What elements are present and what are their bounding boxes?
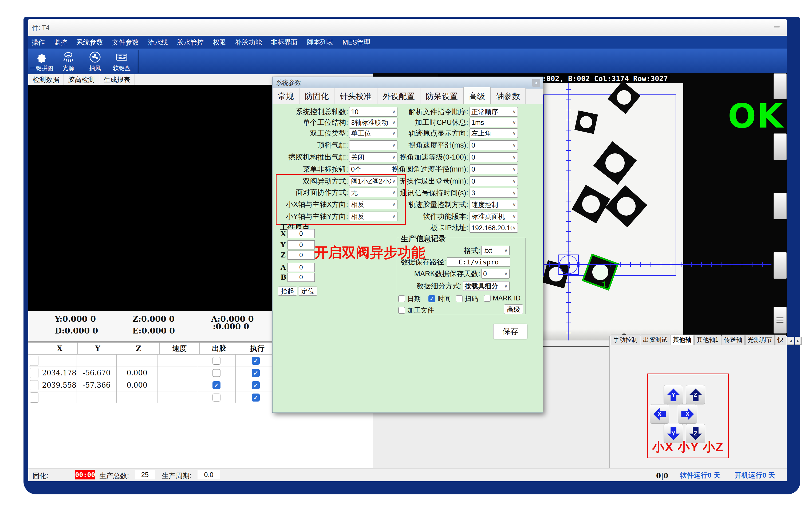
tab-scroll-left-icon[interactable]: ◂: [787, 337, 794, 345]
cell-z[interactable]: 0.000: [117, 379, 158, 391]
exec-checkbox[interactable]: ✓: [252, 381, 260, 389]
tool-软键盘[interactable]: 软键盘: [108, 49, 135, 74]
field-right-0-select[interactable]: 正常顺序∨: [469, 107, 518, 117]
check-日期[interactable]: 日期: [398, 294, 421, 303]
menu-item-文件参数[interactable]: 文件参数: [112, 38, 139, 47]
tab-scroll-right-icon[interactable]: ▸: [795, 337, 801, 345]
record-select-0[interactable]: .txt∨: [481, 246, 510, 255]
exec-checkbox[interactable]: ✓: [252, 369, 260, 377]
menu-item-监控[interactable]: 监控: [54, 38, 67, 47]
glue-checkbox[interactable]: ✓: [213, 381, 220, 389]
cell-speed[interactable]: [158, 367, 197, 379]
menu-item-系统参数[interactable]: 系统参数: [76, 38, 103, 47]
check-扫码[interactable]: 扫码: [456, 294, 478, 303]
field-right-4-select[interactable]: 0∨: [469, 152, 518, 162]
cell-y[interactable]: -56.670: [77, 367, 117, 379]
cell-y[interactable]: [77, 392, 117, 404]
row-selector[interactable]: [30, 368, 39, 378]
menu-item-胶水管控[interactable]: 胶水管控: [177, 38, 204, 47]
row-selector[interactable]: [30, 393, 39, 402]
jog-X-right-button[interactable]: X: [678, 404, 697, 424]
cell-speed[interactable]: [158, 392, 197, 404]
side-strip-button[interactable]: [773, 193, 787, 219]
check-时间[interactable]: ✓时间: [429, 294, 451, 303]
axis-tab-其他轴1[interactable]: 其他轴1: [694, 335, 721, 345]
row-selector-cell[interactable]: [28, 392, 42, 404]
jog-Y-up-button[interactable]: Y: [664, 385, 683, 405]
axis-value-input[interactable]: 0: [288, 229, 315, 238]
checkbox-icon[interactable]: [484, 295, 491, 302]
side-strip-button[interactable]: [773, 73, 787, 99]
dialog-tab-轴参数[interactable]: 轴参数: [491, 88, 526, 104]
view-tab-胶高检测[interactable]: 胶高检测: [64, 74, 99, 85]
axis-tab-传送轴[interactable]: 传送轴: [722, 335, 745, 345]
row-selector[interactable]: [30, 380, 39, 390]
row-selector[interactable]: [30, 356, 39, 366]
cell-y[interactable]: -57.366: [77, 379, 117, 391]
minimize-icon[interactable]: [774, 26, 780, 28]
side-strip-button[interactable]: [773, 307, 787, 334]
view-tab-生成报表[interactable]: 生成报表: [99, 74, 135, 85]
cell-speed[interactable]: [158, 355, 197, 367]
tool-光源[interactable]: 光源: [55, 49, 82, 74]
dialog-tab-针头校准[interactable]: 针头校准: [334, 88, 377, 104]
menu-item-流水线[interactable]: 流水线: [148, 38, 168, 47]
glue-checkbox[interactable]: [213, 369, 220, 377]
checkbox-icon[interactable]: [398, 307, 405, 314]
jog-X-left-button[interactable]: X: [650, 404, 669, 424]
cell-x[interactable]: 2034.178: [42, 367, 77, 379]
dialog-tab-外设配置[interactable]: 外设配置: [377, 88, 420, 104]
cell-speed[interactable]: [158, 379, 197, 391]
row-selector-cell[interactable]: [28, 379, 42, 391]
cell-z[interactable]: 0.000: [117, 367, 158, 379]
cell-x[interactable]: [42, 355, 77, 367]
record-select-2[interactable]: 0∨: [481, 269, 510, 279]
check-MARK ID[interactable]: MARK ID: [484, 294, 521, 302]
cell-z[interactable]: [117, 355, 158, 367]
view-tab-检测数据[interactable]: 检测数据: [28, 74, 64, 85]
record-input-1[interactable]: C:1/vispro: [447, 258, 510, 266]
side-strip-button[interactable]: [773, 133, 787, 160]
field-right-7-select[interactable]: 3∨: [469, 188, 518, 198]
side-strip-button[interactable]: [773, 252, 787, 279]
dialog-title-bar[interactable]: 系统参数 x: [273, 77, 543, 89]
tool-抽风[interactable]: 抽风: [82, 49, 108, 74]
axis-tab-其他轴[interactable]: 其他轴: [670, 335, 694, 345]
advanced-button[interactable]: 高级: [504, 305, 523, 314]
axis-tab-快[interactable]: 快: [775, 335, 786, 345]
field-right-10-select[interactable]: 192.168.20.10∨: [469, 223, 518, 233]
cell-z[interactable]: [117, 392, 158, 404]
save-button[interactable]: 保存: [493, 324, 527, 339]
checkbox-icon[interactable]: ✓: [429, 295, 435, 302]
field-right-6-select[interactable]: 0∨: [469, 176, 518, 186]
menu-item-MES管理[interactable]: MES管理: [343, 38, 370, 47]
exec-checkbox[interactable]: ✓: [252, 394, 260, 401]
dialog-tab-常规[interactable]: 常规: [273, 88, 300, 104]
checkbox-icon[interactable]: [456, 295, 463, 302]
menu-item-权限[interactable]: 权限: [213, 38, 226, 47]
glue-checkbox[interactable]: [213, 394, 220, 401]
dialog-tab-高级[interactable]: 高级: [463, 87, 491, 104]
field-right-5-select[interactable]: 0∨: [469, 164, 518, 174]
jog-Z-up-button[interactable]: Z: [686, 385, 705, 405]
axis-tab-出胶测试[interactable]: 出胶测试: [641, 335, 670, 345]
menu-item-补胶功能[interactable]: 补胶功能: [235, 38, 262, 47]
checkbox-icon[interactable]: [398, 295, 405, 302]
exec-checkbox[interactable]: ✓: [252, 357, 260, 365]
close-icon[interactable]: x: [532, 79, 540, 87]
row-selector-cell[interactable]: [28, 367, 42, 379]
menu-item-操作[interactable]: 操作: [31, 38, 45, 47]
cell-x[interactable]: [42, 392, 77, 404]
field-right-2-select[interactable]: 左上角∨: [469, 128, 518, 138]
menu-item-脚本列表[interactable]: 脚本列表: [307, 38, 333, 47]
check-加工文件[interactable]: 加工文件: [398, 306, 434, 314]
dialog-tab-防呆设置[interactable]: 防呆设置: [420, 88, 463, 104]
row-selector-cell[interactable]: [28, 355, 42, 367]
field-right-3-select[interactable]: 0∨: [469, 140, 518, 150]
dialog-tab-防固化[interactable]: 防固化: [300, 88, 334, 104]
cell-y[interactable]: [77, 355, 117, 367]
menu-item-非标界面[interactable]: 非标界面: [271, 38, 298, 47]
record-select-3[interactable]: 按载具细分∨: [463, 281, 510, 291]
glue-checkbox[interactable]: [213, 357, 220, 365]
axis-tab-光源调节[interactable]: 光源调节: [745, 335, 774, 345]
